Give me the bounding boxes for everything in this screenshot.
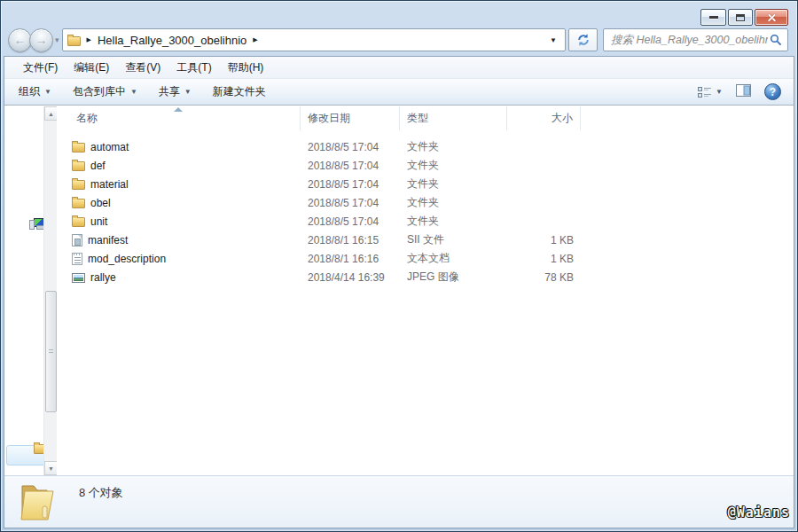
file-row[interactable]: obel 2018/8/5 17:04 文件夹	[57, 193, 794, 212]
refresh-button[interactable]	[568, 28, 598, 51]
image-file-icon	[72, 273, 85, 283]
menu-tools[interactable]: 工具(T)	[168, 57, 219, 78]
breadcrumb[interactable]: Hella_Rallye_3000_obelihnio	[98, 34, 246, 47]
file-name-cell: automat	[57, 137, 301, 156]
file-name: automat	[90, 141, 129, 153]
close-button[interactable]	[755, 9, 788, 26]
toolbar-right-group: ▼ ?	[697, 83, 781, 100]
file-type: 文件夹	[400, 175, 507, 193]
search-input[interactable]	[609, 33, 770, 47]
search-icon[interactable]	[770, 34, 782, 46]
folder-icon	[13, 480, 59, 526]
explorer-window: ← → ▾ ▶ Hella_Rallye_3000_obelihnio ▶ ▼	[0, 0, 798, 532]
file-size	[507, 137, 581, 156]
file-date: 2018/8/1 16:16	[301, 249, 400, 268]
file-row[interactable]: rallye 2018/4/14 16:39 JPEG 图像 78 KB	[57, 268, 794, 286]
file-date: 2018/8/5 17:04	[301, 137, 400, 156]
folder-icon	[72, 143, 85, 153]
views-icon	[697, 86, 712, 98]
share-label: 共享	[159, 84, 180, 99]
file-name: obel	[90, 197, 111, 209]
breadcrumb-arrow-icon[interactable]: ▶	[87, 36, 91, 43]
text-file-icon	[72, 253, 82, 265]
column-headers: 名称 修改日期 类型 大小	[57, 106, 794, 130]
file-date: 2018/8/1 16:15	[301, 231, 400, 249]
file-type: 文件夹	[400, 193, 507, 212]
navpane-scrollbar[interactable]: ▲ ▼	[43, 106, 57, 475]
file-type: JPEG 图像	[400, 268, 507, 286]
file-name: manifest	[88, 234, 128, 246]
column-size-label: 大小	[552, 111, 573, 126]
navigation-pane: ▲ ▼	[4, 106, 57, 475]
main-area: ▲ ▼ 名称 修改日期 类型	[4, 106, 794, 475]
file-name: mod_description	[88, 253, 166, 265]
help-button[interactable]: ?	[764, 83, 781, 100]
file-name-cell: mod_description	[57, 249, 301, 268]
maximize-button[interactable]	[728, 9, 753, 26]
file-type: 文件夹	[400, 212, 507, 231]
column-name-label: 名称	[76, 111, 98, 126]
file-list-area: 名称 修改日期 类型 大小 automat 2018/	[57, 106, 794, 475]
file-name-cell: manifest	[57, 231, 301, 249]
file-row[interactable]: unit 2018/8/5 17:04 文件夹	[57, 212, 794, 231]
preview-pane-icon	[736, 84, 751, 97]
details-pane: 8 个对象	[4, 475, 794, 528]
menu-edit[interactable]: 编辑(E)	[66, 57, 117, 78]
scrollbar-thumb[interactable]	[45, 291, 57, 412]
organize-button[interactable]: 组织 ▼	[19, 84, 51, 99]
menu-file[interactable]: 文件(F)	[15, 57, 66, 78]
file-row[interactable]: manifest 2018/8/1 16:15 SII 文件 1 KB	[57, 231, 794, 249]
organize-label: 组织	[19, 84, 40, 99]
file-date: 2018/8/5 17:04	[301, 193, 400, 212]
preview-pane-button[interactable]	[736, 84, 751, 100]
scroll-down-icon[interactable]: ▼	[44, 461, 57, 475]
change-view-button[interactable]: ▼	[697, 86, 723, 98]
file-row[interactable]: material 2018/8/5 17:04 文件夹	[57, 175, 794, 193]
new-folder-button[interactable]: 新建文件夹	[213, 84, 266, 99]
column-header-name[interactable]: 名称	[57, 106, 301, 130]
menu-view[interactable]: 查看(V)	[117, 57, 168, 78]
sort-ascending-icon	[174, 107, 183, 112]
folder-icon	[72, 199, 85, 208]
chevron-down-icon: ▼	[184, 88, 192, 96]
file-date: 2018/8/5 17:04	[301, 212, 400, 231]
back-button[interactable]: ←	[8, 28, 32, 52]
client-area: 文件(F) 编辑(E) 查看(V) 工具(T) 帮助(H) 组织 ▼ 包含到库中…	[4, 56, 794, 528]
file-name: material	[90, 178, 129, 191]
forward-button[interactable]: →	[29, 28, 53, 52]
file-name-cell: unit	[57, 212, 301, 231]
include-in-library-button[interactable]: 包含到库中 ▼	[73, 84, 137, 99]
file-row[interactable]: mod_description 2018/8/1 16:16 文本文档 1 KB	[57, 249, 794, 268]
share-button[interactable]: 共享 ▼	[159, 84, 192, 99]
file-name-cell: material	[57, 175, 301, 193]
file-type: 文件夹	[400, 156, 507, 175]
folder-icon	[72, 161, 85, 171]
file-name: rallye	[90, 271, 116, 284]
file-size	[507, 175, 581, 193]
history-dropdown-icon[interactable]: ▾	[55, 35, 59, 44]
scroll-up-icon[interactable]: ▲	[44, 106, 57, 121]
file-name-cell: rallye	[57, 268, 301, 286]
chevron-down-icon: ▼	[44, 88, 51, 96]
minimize-button[interactable]	[700, 9, 726, 26]
file-date: 2018/8/5 17:04	[301, 175, 400, 193]
file-size	[507, 156, 581, 175]
file-name-cell: obel	[57, 193, 301, 212]
file-size: 1 KB	[507, 231, 581, 249]
file-row[interactable]: def 2018/8/5 17:04 文件夹	[57, 156, 794, 175]
file-size	[507, 212, 581, 231]
folder-icon	[72, 180, 85, 190]
sii-file-icon	[72, 234, 82, 246]
address-bar[interactable]: ▶ Hella_Rallye_3000_obelihnio ▶ ▼	[62, 28, 566, 51]
breadcrumb-arrow-icon[interactable]: ▶	[253, 36, 257, 43]
file-name: def	[90, 160, 106, 172]
address-dropdown-icon[interactable]: ▼	[546, 36, 560, 44]
column-header-type[interactable]: 类型	[400, 106, 507, 130]
menu-help[interactable]: 帮助(H)	[220, 57, 272, 78]
minimize-icon	[709, 16, 718, 19]
navigation-row: ← → ▾ ▶ Hella_Rallye_3000_obelihnio ▶ ▼	[8, 27, 788, 52]
folder-icon	[67, 36, 81, 46]
column-header-size[interactable]: 大小	[507, 106, 581, 130]
column-header-date[interactable]: 修改日期	[301, 106, 400, 130]
file-row[interactable]: automat 2018/8/5 17:04 文件夹	[57, 137, 794, 156]
